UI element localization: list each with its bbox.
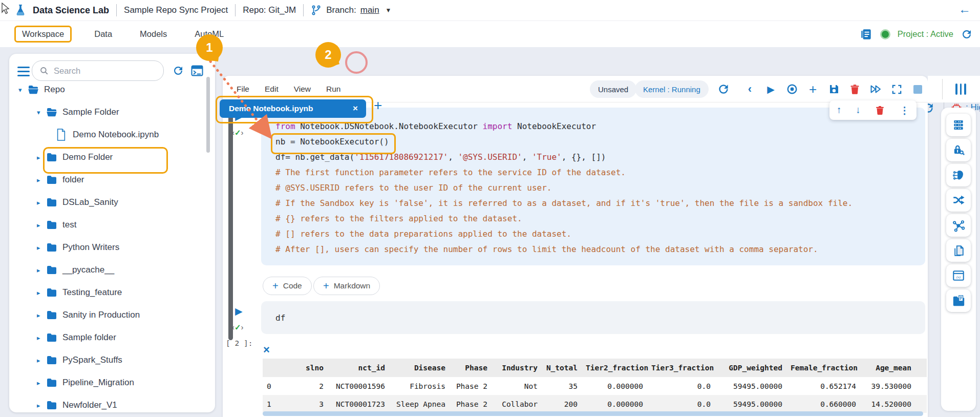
tree-item-label: Python Writers — [62, 242, 119, 253]
table-header — [263, 359, 291, 377]
table-header: N_total — [546, 359, 586, 377]
caret-right-icon[interactable]: ▸ — [37, 357, 45, 364]
table-cell: 2 — [291, 377, 332, 395]
restart-kernel-icon[interactable] — [717, 82, 730, 96]
search-box[interactable] — [32, 60, 164, 81]
tree-item-sanity-in-production[interactable]: ▸Sanity in Production — [9, 304, 211, 326]
move-cell-down-icon[interactable]: ↓ — [856, 105, 861, 116]
tree-item-pyspark-stuffs[interactable]: ▸PySpark_Stuffs — [9, 349, 211, 371]
table-cell — [920, 395, 927, 413]
folder-icon — [45, 399, 62, 411]
chevron-down-icon: ▼ — [386, 7, 392, 14]
columns-layout-icon[interactable] — [955, 84, 966, 95]
table-cell: NCT00001596 — [332, 377, 393, 395]
row-index: 0 — [263, 377, 291, 395]
search-input[interactable] — [53, 66, 147, 76]
nav-item-data[interactable]: Data — [89, 27, 117, 41]
nav-bar: WorkspaceDataModelsAutoML Project : Acti… — [0, 21, 980, 47]
caret-right-icon[interactable]: ▸ — [37, 311, 45, 319]
tree-item-label: PySpark_Stuffs — [62, 355, 122, 365]
refresh-status-icon[interactable] — [961, 28, 973, 40]
caret-right-icon[interactable]: ▸ — [37, 289, 45, 297]
table-cell: 0.000000 — [586, 395, 651, 413]
code-cell-2[interactable]: df — [261, 301, 925, 334]
menu-hamburger-icon[interactable] — [17, 67, 30, 76]
folder-open-icon — [45, 106, 62, 118]
project-status-label: Project : Active — [898, 29, 953, 39]
chevron-left-icon[interactable]: ‹ — [739, 82, 760, 96]
run-cell-2-icon[interactable]: ▶ — [235, 305, 243, 317]
add-cell-icon[interactable]: + — [802, 82, 823, 96]
network-nodes-icon[interactable] — [946, 214, 971, 237]
lock-key-icon[interactable] — [946, 139, 971, 161]
caret-right-icon[interactable]: ▸ — [37, 266, 45, 274]
tab-close-icon[interactable]: × — [353, 103, 366, 114]
menu-view[interactable]: View — [294, 85, 311, 94]
caret-right-icon[interactable]: ▸ — [37, 199, 45, 206]
tree-item-label: Sample folder — [62, 332, 116, 343]
target-icon[interactable] — [781, 82, 802, 96]
cell-2-source[interactable]: df — [275, 301, 285, 334]
branch-selector[interactable]: Branch: main ▼ — [311, 5, 391, 16]
tree-item-label: Sample Folder — [62, 107, 119, 117]
folder-documents-icon[interactable] — [946, 289, 971, 312]
tree-item-dslab-sanity[interactable]: ▸DSLab_Sanity — [9, 191, 211, 214]
table-cell: 39.530000 — [864, 377, 920, 395]
caret-down-icon[interactable]: ▾ — [18, 86, 27, 94]
tree-item-repo[interactable]: ▾Repo — [9, 78, 211, 101]
tree-item-sample-folder[interactable]: ▸Sample folder — [9, 326, 211, 349]
add-markdown-button[interactable]: + Markdown — [313, 277, 380, 295]
kernel-status-badge[interactable]: Kernel : Running — [635, 80, 709, 98]
refresh-tree-icon[interactable] — [172, 65, 184, 77]
right-toolbar: (x) — [941, 108, 976, 411]
server-icon[interactable] — [946, 114, 971, 136]
add-code-button[interactable]: + Code — [263, 277, 312, 295]
tree-item-newfolder-v1[interactable]: ▸Newfolder_V1 — [9, 394, 211, 416]
execution-count-label: [ 2 ]: — [226, 339, 252, 347]
table-cell: Sleep Apnea — [393, 395, 454, 413]
menu-run[interactable]: Run — [326, 85, 340, 94]
save-notebook-icon[interactable] — [823, 82, 844, 96]
tree-item-test[interactable]: ▸test — [9, 214, 211, 236]
caret-right-icon[interactable]: ▸ — [37, 379, 45, 387]
caret-right-icon[interactable]: ▸ — [37, 221, 45, 229]
move-cell-up-icon[interactable]: ↑ — [837, 105, 842, 116]
caret-right-icon[interactable]: ▸ — [37, 176, 45, 184]
project-files-icon[interactable] — [860, 28, 873, 41]
tree-item-python-writers[interactable]: ▸Python Writers — [9, 236, 211, 259]
brain-circuit-icon[interactable] — [946, 164, 971, 186]
caret-right-icon[interactable]: ▸ — [37, 402, 45, 409]
function-variables-icon[interactable]: (x) — [946, 264, 971, 287]
stop-kernel-icon[interactable] — [907, 82, 928, 96]
output-horizontal-scrollbar[interactable] — [263, 411, 923, 416]
back-arrow-icon[interactable]: ← — [958, 2, 971, 16]
cell-more-options-icon[interactable]: ⋮ — [900, 105, 909, 116]
tree-item-label: folder — [62, 175, 84, 185]
caret-down-icon[interactable]: ▾ — [37, 109, 45, 116]
nav-item-models[interactable]: Models — [135, 27, 172, 41]
new-tab-icon[interactable]: + — [374, 97, 382, 114]
header-divider — [303, 4, 304, 16]
tree-item-demo-notebook-ipynb[interactable]: Demo Notebook.ipynb — [9, 123, 211, 146]
documents-icon[interactable] — [946, 239, 971, 262]
nav-item-workspace[interactable]: Workspace — [14, 26, 72, 43]
annotation-step-2-number: 2 — [325, 48, 331, 62]
tree-item-pipeline-migration[interactable]: ▸Pipeline_Migration — [9, 371, 211, 394]
delete-cell-icon[interactable] — [875, 105, 885, 116]
tree-item-sample-folder[interactable]: ▾Sample Folder — [9, 101, 211, 123]
fullscreen-icon[interactable] — [886, 82, 907, 96]
tree-item-testing-feature[interactable]: ▸Testing_feature — [9, 281, 211, 304]
table-cell: 59495.00000 — [719, 395, 791, 413]
caret-right-icon[interactable]: ▸ — [37, 244, 45, 252]
status-dot-icon — [880, 29, 890, 39]
caret-right-icon[interactable]: ▸ — [37, 334, 45, 342]
run-cell-icon[interactable]: ▶ — [760, 82, 781, 96]
delete-notebook-icon[interactable] — [844, 82, 865, 96]
clear-output-icon[interactable]: × — [263, 344, 270, 356]
folder-icon — [45, 377, 62, 389]
tree-item-pycache[interactable]: ▸__pycache__ — [9, 259, 211, 281]
shuffle-icon[interactable] — [946, 189, 971, 212]
app-logo-flask-icon — [13, 3, 28, 17]
code-annotation-outline — [271, 133, 396, 154]
run-all-icon[interactable] — [865, 82, 886, 96]
